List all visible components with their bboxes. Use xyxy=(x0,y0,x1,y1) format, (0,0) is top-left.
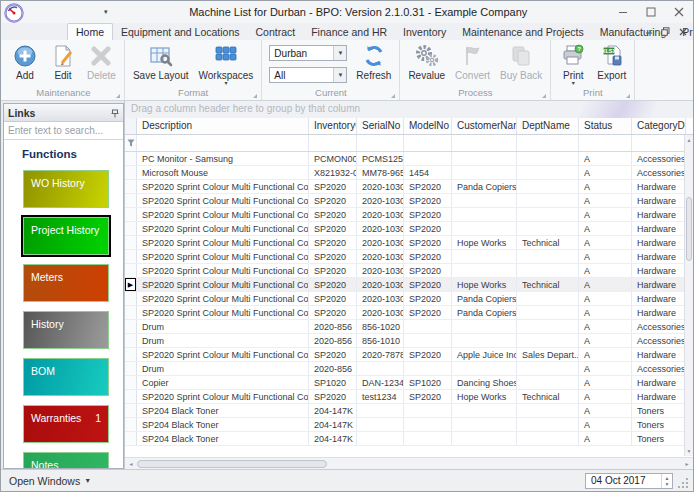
sidebar-item-notes[interactable]: Notes xyxy=(23,452,109,468)
filter-cell[interactable] xyxy=(579,135,632,151)
group-by-panel[interactable]: Drag a column header here to group by th… xyxy=(125,101,693,118)
horizontal-scrollbar[interactable]: ◄ ► xyxy=(125,457,693,469)
convert-button-label: Convert xyxy=(455,70,490,81)
close-button[interactable] xyxy=(665,1,693,23)
minimize-button[interactable] xyxy=(609,1,637,23)
pin-icon[interactable] xyxy=(111,104,119,122)
filter-cell[interactable] xyxy=(137,135,309,151)
column-header-modelno[interactable]: ModelNo xyxy=(404,118,452,134)
table-row[interactable]: SP2020 Sprint Colour Multi Functional Co… xyxy=(125,250,693,264)
cell xyxy=(517,152,579,165)
filter-cell[interactable] xyxy=(632,135,686,151)
filter-cell[interactable] xyxy=(309,135,357,151)
convert-button[interactable]: Convert xyxy=(450,42,495,82)
table-row[interactable]: ▶SP2020 Sprint Colour Multi Functional C… xyxy=(125,278,693,292)
date-field[interactable]: 04 Oct 2017 ▲▼ xyxy=(585,473,673,489)
sidebar-item-meters[interactable]: Meters xyxy=(23,264,109,302)
export-button-label: Export xyxy=(597,70,626,81)
refresh-button[interactable]: Refresh xyxy=(351,42,396,82)
delete-button[interactable]: Delete xyxy=(82,42,121,82)
dialog-launcher-icon[interactable] xyxy=(391,94,395,98)
table-row[interactable]: SP204 Black Toner204-147KAToners xyxy=(125,404,693,418)
table-row[interactable]: Drum2020-856856-1020AAccessories xyxy=(125,320,693,334)
table-row[interactable]: SP2020 Sprint Colour Multi Functional Co… xyxy=(125,264,693,278)
branch-select[interactable]: Durban ▼ xyxy=(269,45,347,61)
column-header-categorydesc[interactable]: CategoryDesc xyxy=(632,118,686,134)
sidebar-item-history[interactable]: History xyxy=(23,311,109,349)
table-row[interactable]: CopierSP1020DAN-12345SP1020Dancing Shoes… xyxy=(125,376,693,390)
filter-cell[interactable] xyxy=(517,135,579,151)
column-header-serialno[interactable]: SerialNo xyxy=(357,118,404,134)
ribbon-group-current: Durban ▼ All ▼ Refresh Current xyxy=(262,40,400,100)
chevron-down-icon[interactable]: ▼ xyxy=(333,68,346,82)
sidebar-item-project-history[interactable]: Project History xyxy=(23,217,109,255)
sidebar-item-bom[interactable]: BOM xyxy=(23,358,109,396)
table-row[interactable]: SP2020 Sprint Colour Multi Functional Co… xyxy=(125,348,693,362)
tab-home[interactable]: Home xyxy=(67,23,113,40)
table-row[interactable]: Drum2020-856856-1010AAccessories xyxy=(125,334,693,348)
add-button[interactable]: Add xyxy=(6,42,44,82)
table-row[interactable]: Drum2020-856AAccessories xyxy=(125,362,693,376)
tab-maintenance-and-projects[interactable]: Maintenance and Projects xyxy=(454,24,591,40)
tab-contract[interactable]: Contract xyxy=(248,24,304,40)
table-row[interactable]: SP204 Black Toner204-147KAToners xyxy=(125,432,693,446)
sidebar-item-warranties[interactable]: Warranties1 xyxy=(23,405,109,443)
filter-cell[interactable] xyxy=(357,135,404,151)
dialog-launcher-icon[interactable] xyxy=(626,94,630,98)
edit-button[interactable]: Edit xyxy=(44,42,82,82)
filter-cell[interactable] xyxy=(404,135,452,151)
cell: SP2020 Sprint Colour Multi Functional Co… xyxy=(137,222,309,235)
scroll-right-icon[interactable]: ► xyxy=(681,461,693,467)
cell: SP2020 xyxy=(404,390,452,403)
buy-back-button[interactable]: Buy Back xyxy=(495,42,547,82)
search-input[interactable] xyxy=(8,125,124,136)
vertical-scrollbar[interactable]: ▲ ▼ xyxy=(684,135,693,456)
scroll-down-icon[interactable]: ▼ xyxy=(685,446,693,456)
workspaces-button[interactable]: Workspaces ▾ xyxy=(194,42,259,87)
table-row[interactable]: SP2020 Sprint Colour Multi Functional Co… xyxy=(125,194,693,208)
dialog-launcher-icon[interactable] xyxy=(116,94,120,98)
print-button[interactable]: ? Print ▾ xyxy=(554,42,592,87)
table-row[interactable]: SP2020 Sprint Colour Multi Functional Co… xyxy=(125,306,693,320)
scroll-up-icon[interactable]: ▲ xyxy=(685,135,693,145)
filter-cell[interactable] xyxy=(452,135,517,151)
table-row[interactable]: PC Monitor - SamsungPCMON001PCMS1258AAcc… xyxy=(125,152,693,166)
tab-finance-and-hr[interactable]: Finance and HR xyxy=(303,24,395,40)
save-layout-button[interactable]: Save Layout xyxy=(128,42,194,82)
table-row[interactable]: SP2020 Sprint Colour Multi Functional Co… xyxy=(125,208,693,222)
mdi-minimize-button[interactable] xyxy=(640,24,657,39)
open-windows-label: Open Windows xyxy=(9,475,80,487)
tab-inventory[interactable]: Inventory xyxy=(395,24,454,40)
table-row[interactable]: SP2020 Sprint Colour Multi Functional Co… xyxy=(125,222,693,236)
table-row[interactable]: SP2020 Sprint Colour Multi Functional Co… xyxy=(125,236,693,250)
column-header-description[interactable]: Description xyxy=(137,118,309,134)
type-select[interactable]: All ▼ xyxy=(269,67,347,83)
tab-equipment-and-locations[interactable]: Equipment and Locations xyxy=(113,24,248,40)
scroll-left-icon[interactable]: ◄ xyxy=(125,461,137,467)
date-spinner[interactable]: ▲▼ xyxy=(661,474,672,488)
filter-icon[interactable] xyxy=(125,135,137,151)
horizontal-scroll-thumb[interactable] xyxy=(137,460,327,468)
resize-grip[interactable] xyxy=(677,475,689,487)
table-row[interactable]: Microsoft MouseX821932-002MM78-9651454AA… xyxy=(125,166,693,180)
column-header-customername[interactable]: CustomerName xyxy=(452,118,517,134)
sidebar-item-wo-history[interactable]: WO History xyxy=(23,170,109,208)
cell: SP2020 xyxy=(404,250,452,263)
column-header-inventoryc[interactable]: InventoryC... xyxy=(309,118,357,134)
mdi-close-button[interactable] xyxy=(674,24,691,39)
maximize-button[interactable] xyxy=(637,1,665,23)
table-row[interactable]: SP2020 Sprint Colour Multi Functional Co… xyxy=(125,292,693,306)
revalue-button[interactable]: Revalue xyxy=(403,42,450,82)
dialog-launcher-icon[interactable] xyxy=(253,94,257,98)
table-row[interactable]: SP2020 Sprint Colour Multi Functional Co… xyxy=(125,180,693,194)
mdi-restore-button[interactable] xyxy=(657,24,674,39)
open-windows-button[interactable]: Open Windows ▼ xyxy=(9,475,91,487)
table-row[interactable]: SP204 Black Toner204-147KAToners xyxy=(125,418,693,432)
dialog-launcher-icon[interactable] xyxy=(542,94,546,98)
export-button[interactable]: XLSX Export xyxy=(592,42,631,82)
column-header-deptname[interactable]: DeptName xyxy=(517,118,579,134)
table-row[interactable]: SP2020 Sprint Colour Multi Functional Co… xyxy=(125,390,693,404)
chevron-down-icon[interactable]: ▼ xyxy=(333,46,346,60)
column-header-status[interactable]: Status xyxy=(579,118,632,134)
vertical-scroll-thumb[interactable] xyxy=(686,197,692,261)
